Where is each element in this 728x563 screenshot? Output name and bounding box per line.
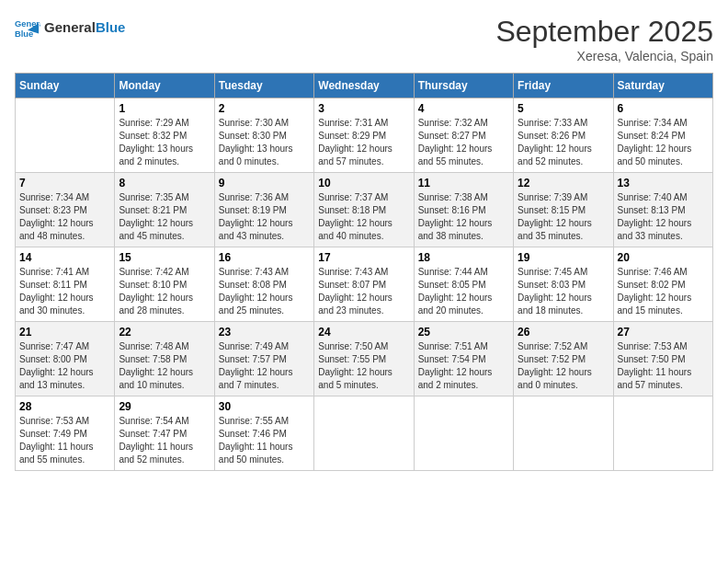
day-cell: 7Sunrise: 7:34 AMSunset: 8:23 PMDaylight…	[16, 173, 115, 247]
page-header: General Blue GeneralBlue September 2025 …	[15, 15, 713, 63]
day-cell: 22Sunrise: 7:48 AMSunset: 7:58 PMDayligh…	[115, 322, 214, 396]
day-cell	[314, 396, 414, 471]
day-number: 12	[518, 177, 609, 190]
day-number: 2	[219, 102, 310, 115]
day-info: Sunrise: 7:51 AMSunset: 7:54 PMDaylight:…	[418, 340, 509, 392]
day-info: Sunrise: 7:50 AMSunset: 7:55 PMDaylight:…	[318, 340, 409, 392]
day-number: 24	[318, 326, 409, 339]
day-number: 21	[19, 326, 110, 339]
day-info: Sunrise: 7:52 AMSunset: 7:52 PMDaylight:…	[518, 340, 609, 392]
day-cell: 23Sunrise: 7:49 AMSunset: 7:57 PMDayligh…	[214, 322, 313, 396]
day-number: 15	[119, 251, 210, 264]
header-cell-wednesday: Wednesday	[314, 74, 414, 98]
day-number: 7	[19, 177, 110, 190]
day-cell	[16, 98, 115, 173]
day-number: 6	[618, 102, 709, 115]
day-info: Sunrise: 7:55 AMSunset: 7:46 PMDaylight:…	[219, 415, 310, 466]
day-cell: 16Sunrise: 7:43 AMSunset: 8:08 PMDayligh…	[214, 247, 313, 322]
day-info: Sunrise: 7:49 AMSunset: 7:57 PMDaylight:…	[219, 340, 310, 392]
day-cell: 15Sunrise: 7:42 AMSunset: 8:10 PMDayligh…	[115, 247, 214, 322]
day-number: 10	[318, 177, 409, 190]
day-number: 26	[518, 326, 609, 339]
day-info: Sunrise: 7:43 AMSunset: 8:08 PMDaylight:…	[219, 266, 310, 317]
day-info: Sunrise: 7:34 AMSunset: 8:24 PMDaylight:…	[618, 117, 709, 168]
day-number: 11	[418, 177, 509, 190]
day-cell: 12Sunrise: 7:39 AMSunset: 8:15 PMDayligh…	[514, 173, 613, 247]
day-cell: 28Sunrise: 7:53 AMSunset: 7:49 PMDayligh…	[16, 396, 115, 471]
day-number: 5	[518, 102, 609, 115]
week-row-1: 1Sunrise: 7:29 AMSunset: 8:32 PMDaylight…	[16, 98, 713, 173]
day-info: Sunrise: 7:35 AMSunset: 8:21 PMDaylight:…	[119, 191, 210, 243]
calendar-table: SundayMondayTuesdayWednesdayThursdayFrid…	[15, 73, 713, 471]
day-cell: 17Sunrise: 7:43 AMSunset: 8:07 PMDayligh…	[314, 247, 414, 322]
day-cell: 21Sunrise: 7:47 AMSunset: 8:00 PMDayligh…	[16, 322, 115, 396]
header-cell-friday: Friday	[514, 74, 613, 98]
day-cell: 19Sunrise: 7:45 AMSunset: 8:03 PMDayligh…	[514, 247, 613, 322]
header-cell-monday: Monday	[115, 74, 214, 98]
day-cell: 11Sunrise: 7:38 AMSunset: 8:16 PMDayligh…	[414, 173, 513, 247]
day-info: Sunrise: 7:40 AMSunset: 8:13 PMDaylight:…	[618, 191, 709, 243]
day-cell: 13Sunrise: 7:40 AMSunset: 8:13 PMDayligh…	[613, 173, 712, 247]
day-cell: 10Sunrise: 7:37 AMSunset: 8:18 PMDayligh…	[314, 173, 414, 247]
day-number: 13	[618, 177, 709, 190]
header-cell-thursday: Thursday	[414, 74, 513, 98]
day-number: 25	[418, 326, 509, 339]
day-number: 30	[219, 400, 310, 413]
day-cell	[613, 396, 712, 471]
day-info: Sunrise: 7:53 AMSunset: 7:50 PMDaylight:…	[618, 340, 709, 392]
day-info: Sunrise: 7:47 AMSunset: 8:00 PMDaylight:…	[19, 340, 110, 392]
svg-text:Blue: Blue	[15, 29, 33, 39]
day-cell: 6Sunrise: 7:34 AMSunset: 8:24 PMDaylight…	[613, 98, 712, 173]
header-cell-sunday: Sunday	[16, 74, 115, 98]
day-cell: 26Sunrise: 7:52 AMSunset: 7:52 PMDayligh…	[514, 322, 613, 396]
header-row: SundayMondayTuesdayWednesdayThursdayFrid…	[16, 74, 713, 98]
day-cell: 25Sunrise: 7:51 AMSunset: 7:54 PMDayligh…	[414, 322, 513, 396]
day-cell: 4Sunrise: 7:32 AMSunset: 8:27 PMDaylight…	[414, 98, 513, 173]
day-info: Sunrise: 7:44 AMSunset: 8:05 PMDaylight:…	[418, 266, 509, 317]
day-number: 16	[219, 251, 310, 264]
day-number: 22	[119, 326, 210, 339]
day-number: 23	[219, 326, 310, 339]
day-info: Sunrise: 7:29 AMSunset: 8:32 PMDaylight:…	[119, 117, 210, 168]
day-cell	[414, 396, 513, 471]
day-info: Sunrise: 7:41 AMSunset: 8:11 PMDaylight:…	[19, 266, 110, 317]
day-info: Sunrise: 7:46 AMSunset: 8:02 PMDaylight:…	[618, 266, 709, 317]
day-cell: 8Sunrise: 7:35 AMSunset: 8:21 PMDaylight…	[115, 173, 214, 247]
day-info: Sunrise: 7:30 AMSunset: 8:30 PMDaylight:…	[219, 117, 310, 168]
day-cell: 27Sunrise: 7:53 AMSunset: 7:50 PMDayligh…	[613, 322, 712, 396]
day-number: 27	[618, 326, 709, 339]
day-cell: 24Sunrise: 7:50 AMSunset: 7:55 PMDayligh…	[314, 322, 414, 396]
day-number: 28	[19, 400, 110, 413]
day-info: Sunrise: 7:45 AMSunset: 8:03 PMDaylight:…	[518, 266, 609, 317]
day-cell: 20Sunrise: 7:46 AMSunset: 8:02 PMDayligh…	[613, 247, 712, 322]
day-info: Sunrise: 7:43 AMSunset: 8:07 PMDaylight:…	[318, 266, 409, 317]
day-number: 9	[219, 177, 310, 190]
day-number: 20	[618, 251, 709, 264]
day-number: 4	[418, 102, 509, 115]
day-cell: 18Sunrise: 7:44 AMSunset: 8:05 PMDayligh…	[414, 247, 513, 322]
day-info: Sunrise: 7:33 AMSunset: 8:26 PMDaylight:…	[518, 117, 609, 168]
day-info: Sunrise: 7:36 AMSunset: 8:19 PMDaylight:…	[219, 191, 310, 243]
week-row-2: 7Sunrise: 7:34 AMSunset: 8:23 PMDaylight…	[16, 173, 713, 247]
day-number: 17	[318, 251, 409, 264]
day-cell: 29Sunrise: 7:54 AMSunset: 7:47 PMDayligh…	[115, 396, 214, 471]
day-cell: 5Sunrise: 7:33 AMSunset: 8:26 PMDaylight…	[514, 98, 613, 173]
header-cell-saturday: Saturday	[613, 74, 712, 98]
day-info: Sunrise: 7:32 AMSunset: 8:27 PMDaylight:…	[418, 117, 509, 168]
day-number: 18	[418, 251, 509, 264]
day-cell: 14Sunrise: 7:41 AMSunset: 8:11 PMDayligh…	[16, 247, 115, 322]
header-cell-tuesday: Tuesday	[214, 74, 313, 98]
day-cell: 3Sunrise: 7:31 AMSunset: 8:29 PMDaylight…	[314, 98, 414, 173]
week-row-5: 28Sunrise: 7:53 AMSunset: 7:49 PMDayligh…	[16, 396, 713, 471]
day-number: 29	[119, 400, 210, 413]
logo-icon: General Blue	[15, 15, 40, 40]
day-number: 14	[19, 251, 110, 264]
day-info: Sunrise: 7:54 AMSunset: 7:47 PMDaylight:…	[119, 415, 210, 466]
day-cell	[514, 396, 613, 471]
week-row-3: 14Sunrise: 7:41 AMSunset: 8:11 PMDayligh…	[16, 247, 713, 322]
day-info: Sunrise: 7:53 AMSunset: 7:49 PMDaylight:…	[19, 415, 110, 466]
day-number: 19	[518, 251, 609, 264]
logo-text: GeneralBlue	[44, 19, 125, 36]
day-info: Sunrise: 7:42 AMSunset: 8:10 PMDaylight:…	[119, 266, 210, 317]
day-info: Sunrise: 7:48 AMSunset: 7:58 PMDaylight:…	[119, 340, 210, 392]
